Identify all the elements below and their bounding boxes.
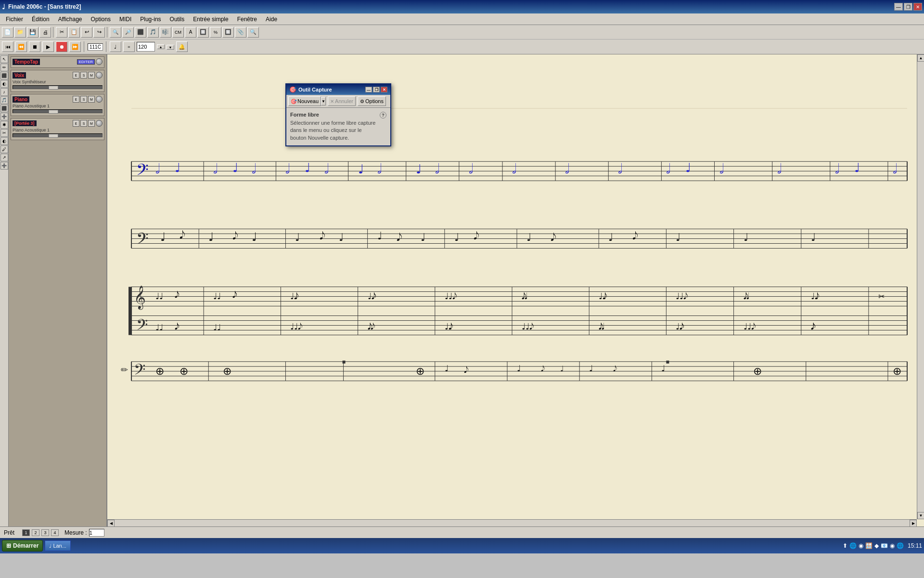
tb-save[interactable]: 💾	[27, 27, 38, 38]
lt-eraser[interactable]: ⬛	[0, 72, 8, 79]
hscroll-right[interactable]: ▶	[910, 520, 917, 527]
tb-b7[interactable]: %	[210, 27, 221, 38]
esm-m-portee3[interactable]: M	[88, 120, 95, 127]
outil-restore[interactable]: ❐	[373, 87, 380, 92]
tb-b4[interactable]: CM	[172, 27, 184, 38]
tb2-play[interactable]: ▶	[42, 41, 54, 52]
tb-zoom-out[interactable]: 🔎	[122, 27, 134, 38]
menu-affichage[interactable]: Affichage	[54, 15, 86, 24]
vscroll-up[interactable]: ▲	[917, 54, 924, 62]
esm-s-piano[interactable]: S	[80, 96, 87, 103]
tempo-up[interactable]: ▲	[157, 44, 165, 49]
editer-btn[interactable]: EDITER	[77, 59, 95, 65]
vscroll-down[interactable]: ▼	[917, 512, 924, 519]
tb2-prev[interactable]: ⏪	[15, 41, 27, 52]
tb-b8[interactable]: 🔲	[222, 27, 234, 38]
tb-b9[interactable]: 📎	[235, 27, 246, 38]
page-btn-4[interactable]: 4	[51, 529, 59, 536]
tb-open[interactable]: 📁	[14, 27, 26, 38]
hscroll-left[interactable]: ◀	[107, 520, 115, 527]
page-btn-1[interactable]: 1	[22, 529, 30, 536]
close-button[interactable]: ✕	[913, 3, 922, 11]
tb-redo[interactable]: ↪	[93, 27, 105, 38]
esm-e-portee3[interactable]: E	[73, 120, 79, 127]
restore-button[interactable]: ❐	[904, 3, 912, 11]
score-area[interactable]: 𝄢	[107, 54, 924, 526]
minimize-button[interactable]: —	[894, 3, 903, 11]
track-fader-voix[interactable]	[13, 85, 103, 89]
outil-help-btn[interactable]: ?	[380, 112, 386, 118]
menu-edition[interactable]: Édition	[28, 15, 53, 24]
tempo-input[interactable]	[137, 42, 155, 52]
menu-midi[interactable]: MIDI	[116, 15, 135, 24]
esm-s-voix[interactable]: S	[80, 72, 87, 79]
nouveau-dropdown[interactable]: ▼	[321, 97, 326, 105]
lt-plus2[interactable]: ➕	[0, 162, 8, 170]
tb2-eq[interactable]: =	[123, 41, 135, 52]
lt-note[interactable]: ♪	[0, 88, 8, 96]
lt-cursor[interactable]: ◐	[0, 80, 8, 88]
options-btn[interactable]: ⚙ Options	[358, 96, 386, 106]
tb-b6[interactable]: 🔲	[197, 27, 209, 38]
tb2-note[interactable]: ♩	[110, 41, 121, 52]
tb-print[interactable]: 🖨	[39, 27, 51, 38]
annuler-btn[interactable]: ✕ Annuler	[328, 96, 356, 106]
outil-minimize[interactable]: —	[365, 87, 372, 92]
menu-entree-simple[interactable]: Entrée simple	[189, 15, 232, 24]
lt-star[interactable]: ✱	[0, 121, 8, 129]
tb-zoom-in[interactable]: 🔍	[110, 27, 121, 38]
tb-new[interactable]: 📄	[2, 27, 13, 38]
lt-pencil[interactable]: ✏	[0, 64, 8, 71]
tb2-metro[interactable]: 🔔	[176, 41, 188, 52]
lt-half[interactable]: ◐	[0, 137, 8, 145]
mesure-input[interactable]	[89, 529, 104, 537]
menu-fichier[interactable]: Fichier	[2, 15, 27, 24]
menu-options[interactable]: Options	[87, 15, 115, 24]
tb-b2[interactable]: 🎵	[147, 27, 159, 38]
tb-cut[interactable]: ✂	[56, 27, 67, 38]
menu-aide[interactable]: Aide	[262, 15, 281, 24]
tb-b1[interactable]: ⬛	[135, 27, 146, 38]
tb-b10[interactable]: 🔍	[247, 27, 259, 38]
track-fader-portee3[interactable]	[13, 133, 103, 137]
track-knob-voix[interactable]	[96, 72, 103, 79]
lt-black[interactable]: ⬛	[0, 105, 8, 112]
menu-plugins[interactable]: Plug-ins	[136, 15, 165, 24]
lt-cut[interactable]: ✂	[0, 129, 8, 137]
menu-outils[interactable]: Outils	[166, 15, 189, 24]
track-fader-piano[interactable]	[13, 109, 103, 113]
outil-title-text: Outil Capture	[298, 87, 332, 92]
tb-b3[interactable]: 🎼	[160, 27, 171, 38]
lt-music[interactable]: 🎵	[0, 96, 8, 104]
esm-s-portee3[interactable]: S	[80, 120, 87, 127]
outil-close[interactable]: ✕	[381, 87, 387, 92]
esm-e-voix[interactable]: E	[73, 72, 79, 79]
track-knob-piano[interactable]	[96, 96, 103, 103]
track-knob-tempotap[interactable]	[96, 58, 103, 65]
tb-copy[interactable]: 📋	[68, 27, 80, 38]
horizontal-scrollbar[interactable]: ◀ ▶	[107, 519, 917, 526]
svg-text:♩𝅘𝅥𝅮♩: ♩𝅘𝅥𝅮♩	[811, 291, 819, 301]
esm-m-voix[interactable]: M	[88, 72, 95, 79]
tb2-stop[interactable]: ⏹	[29, 41, 40, 52]
page-btn-3[interactable]: 3	[41, 529, 49, 536]
nouveau-btn[interactable]: 🎯 Nouveau	[288, 96, 321, 106]
tb2-back[interactable]: ⏮	[2, 41, 13, 52]
tb2-next[interactable]: ⏩	[69, 41, 81, 52]
tempo-down[interactable]: ▼	[167, 45, 174, 50]
tb-undo[interactable]: ↩	[81, 27, 92, 38]
taskbar-lan-btn[interactable]: ♩ Lan...	[45, 540, 71, 551]
track-knob-portee3[interactable]	[96, 120, 103, 127]
tb2-rec[interactable]: ⏺	[56, 41, 67, 52]
lt-select[interactable]: ↖	[0, 55, 8, 63]
menu-fenetre[interactable]: Fenêtre	[233, 15, 261, 24]
esm-m-piano[interactable]: M	[88, 96, 95, 103]
page-btn-2[interactable]: 2	[32, 529, 39, 536]
esm-e-piano[interactable]: E	[73, 96, 79, 103]
lt-pen[interactable]: 🖊	[0, 145, 8, 153]
lt-arrow[interactable]: ↗	[0, 154, 8, 161]
vertical-scrollbar[interactable]: ▲ ▼	[917, 54, 924, 519]
tb-b5[interactable]: A	[185, 27, 196, 38]
lt-add[interactable]: ➕	[0, 113, 8, 120]
start-button[interactable]: ⊞ Démarrer	[2, 540, 43, 552]
